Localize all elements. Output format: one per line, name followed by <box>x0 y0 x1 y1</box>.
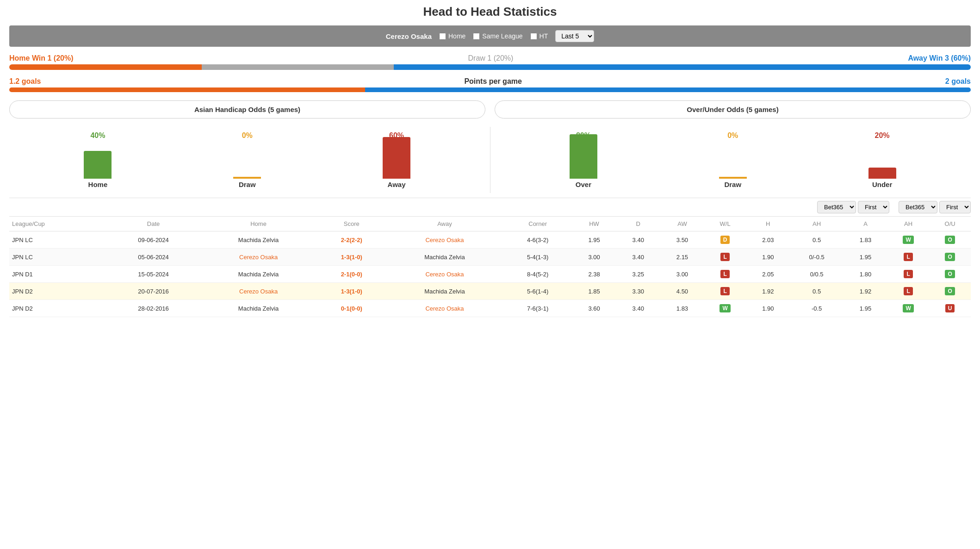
home-checkbox[interactable] <box>439 33 446 40</box>
asian-handicap-box: Asian Handicap Odds (5 games) <box>9 100 485 119</box>
cell-score: 2-2(2-2) <box>317 231 386 249</box>
cell-wl: L <box>704 283 746 300</box>
cell-a: 1.95 <box>844 249 887 266</box>
col-wl: W/L <box>704 217 746 231</box>
last-select[interactable]: Last 5 Last 10 Last 20 <box>555 30 594 42</box>
ah2-badge: L <box>904 270 912 278</box>
goals-section: 1.2 goals Points per game 2 goals <box>9 77 971 92</box>
cell-date: 09-06-2024 <box>107 231 199 249</box>
cell-date: 15-05-2024 <box>107 266 199 283</box>
cell-ah: 0.5 <box>790 231 843 249</box>
chart-home-label: Home <box>88 181 108 188</box>
table-row: JPN D2 20-07-2016 Cerezo Osaka 1-3(1-0) … <box>9 283 971 300</box>
cell-score: 2-1(0-0) <box>317 266 386 283</box>
table-row: JPN D2 28-02-2016 Machida Zelvia 0-1(0-0… <box>9 300 971 317</box>
cell-h: 2.03 <box>746 231 790 249</box>
home-goals-label: 1.2 goals <box>9 77 41 86</box>
cell-h: 1.90 <box>746 300 790 317</box>
chart-draw-label-left: Draw <box>239 181 256 188</box>
cell-d: 3.40 <box>616 249 660 266</box>
wl-badge: L <box>720 287 729 295</box>
col-date: Date <box>107 217 199 231</box>
cell-aw: 3.00 <box>660 266 704 283</box>
home-filter[interactable]: Home <box>439 32 465 40</box>
cell-home: Machida Zelvia <box>200 300 317 317</box>
cell-ah2: L <box>887 249 929 266</box>
first-select-1[interactable]: First <box>858 201 889 213</box>
cell-aw: 1.83 <box>660 300 704 317</box>
odds-select-1[interactable]: Bet365 <box>817 201 856 213</box>
goals-bar <box>9 87 971 92</box>
wl-badge: L <box>720 270 729 278</box>
goals-labels: 1.2 goals Points per game 2 goals <box>9 77 971 86</box>
win-bar <box>9 64 971 70</box>
cell-hw: 1.95 <box>572 231 616 249</box>
cell-a: 1.83 <box>844 231 887 249</box>
ah2-badge: L <box>904 287 912 295</box>
chart-item-draw-right: 0% Draw <box>719 131 747 188</box>
col-h: H <box>746 217 790 231</box>
left-chart: 40% Home 0% Draw 60% Away <box>9 127 485 193</box>
chart-draw-label-right: Draw <box>724 181 741 188</box>
cell-corner: 4-6(3-2) <box>503 231 572 249</box>
chart-item-under: 20% Under <box>868 131 896 188</box>
chart-item-draw-left: 0% Draw <box>233 131 261 188</box>
chart-home-pct: 40% <box>90 131 105 140</box>
same-league-checkbox[interactable] <box>473 33 480 40</box>
cell-wl: L <box>704 266 746 283</box>
col-aw: AW <box>660 217 704 231</box>
away-goals-label: 2 goals <box>945 77 971 86</box>
same-league-filter[interactable]: Same League <box>473 32 522 40</box>
filter-team: Cerezo Osaka <box>386 32 432 40</box>
main-container: Head to Head Statistics Cerezo Osaka Hom… <box>0 0 980 322</box>
away-win-segment <box>394 64 971 70</box>
col-ah2: AH <box>887 217 929 231</box>
draw-segment <box>202 64 394 70</box>
cell-wl: W <box>704 300 746 317</box>
charts-section: 40% Home 0% Draw 60% Away <box>9 127 971 193</box>
chart-under-pct: 20% <box>875 131 890 140</box>
cell-ah2: W <box>887 300 929 317</box>
chart-draw-pct-right: 0% <box>727 131 738 140</box>
ou-badge: U <box>945 304 955 312</box>
first-select-2[interactable]: First <box>939 201 971 213</box>
cell-d: 3.25 <box>616 266 660 283</box>
cell-home: Machida Zelvia <box>200 231 317 249</box>
ah2-badge: W <box>903 236 913 244</box>
chart-under-bar-wrap <box>868 142 896 179</box>
cell-hw: 1.85 <box>572 283 616 300</box>
table-section: Bet365 First Bet365 First League/Cup Da <box>9 198 971 317</box>
chart-home-bar <box>84 151 112 179</box>
table-controls: Bet365 First Bet365 First <box>9 198 971 216</box>
odds-select-2[interactable]: Bet365 <box>899 201 937 213</box>
ht-checkbox[interactable] <box>530 33 537 40</box>
chart-over-label: Over <box>576 181 591 188</box>
ah2-badge: W <box>903 304 913 312</box>
cell-ah: -0.5 <box>790 300 843 317</box>
draw-label: Draw 1 (20%) <box>468 54 514 62</box>
col-a: A <box>844 217 887 231</box>
odds-section: Asian Handicap Odds (5 games) Over/Under… <box>9 100 971 119</box>
last-select-wrap[interactable]: Last 5 Last 10 Last 20 <box>555 30 594 42</box>
cell-h: 1.92 <box>746 283 790 300</box>
cell-away: Cerezo Osaka <box>386 300 503 317</box>
ht-filter[interactable]: HT <box>530 32 548 40</box>
chart-item-home: 40% Home <box>84 131 112 188</box>
table-header-row: League/Cup Date Home Score Away Corner H… <box>9 217 971 231</box>
cell-ah: 0.5 <box>790 283 843 300</box>
chart-draw-bar-wrap-left <box>233 142 261 179</box>
col-d: D <box>616 217 660 231</box>
col-league: League/Cup <box>9 217 107 231</box>
cell-d: 3.40 <box>616 300 660 317</box>
cell-a: 1.80 <box>844 266 887 283</box>
away-goals-segment <box>365 87 971 92</box>
chart-draw-line-left <box>233 177 261 179</box>
cell-away: Machida Zelvia <box>386 283 503 300</box>
cell-aw: 3.50 <box>660 231 704 249</box>
cell-hw: 3.60 <box>572 300 616 317</box>
wl-badge: D <box>720 236 730 244</box>
cell-home: Cerezo Osaka <box>200 283 317 300</box>
cell-d: 3.30 <box>616 283 660 300</box>
cell-ah2: L <box>887 266 929 283</box>
chart-away-label: Away <box>388 181 406 188</box>
